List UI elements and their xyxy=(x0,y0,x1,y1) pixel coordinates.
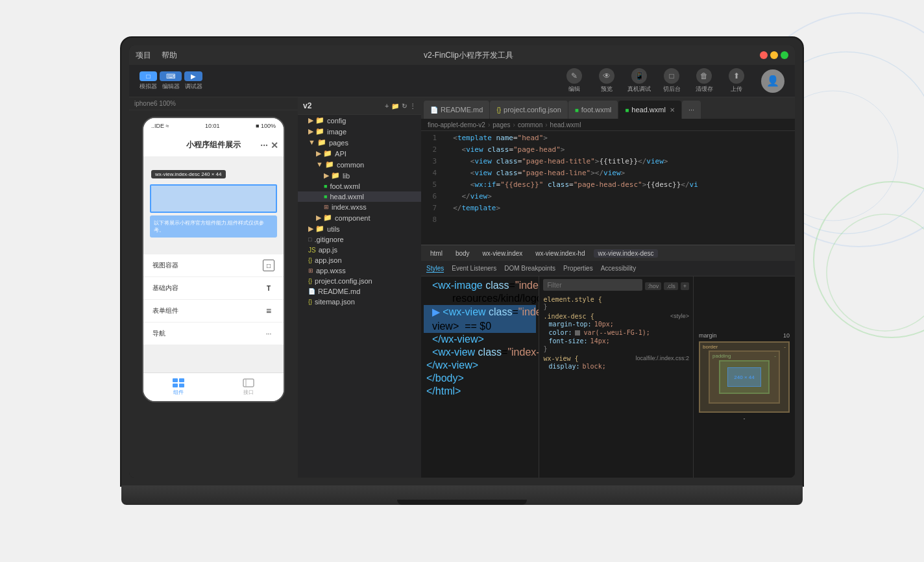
phone-content: wx-view.index-desc 240 × 44 以下将展示小程序官方组件… xyxy=(143,157,284,373)
file-collapse-icon[interactable]: ⋮ xyxy=(409,103,416,110)
svg-point-4 xyxy=(827,214,924,331)
editor-breadcrumb: fino-applet-demo-v2 › pages › common › h… xyxy=(421,119,795,131)
list-item-nav[interactable]: 导航 ··· xyxy=(143,323,284,345)
tree-item-pages[interactable]: ▼ 📁 pages xyxy=(298,137,421,148)
tree-item-sitemap[interactable]: {} sitemap.json xyxy=(298,297,421,307)
action-upload[interactable]: ⬆ 上传 xyxy=(725,68,748,93)
styles-filter-input[interactable] xyxy=(543,279,642,291)
html-tag-html[interactable]: html xyxy=(426,249,446,258)
phone-selected-text: 以下将展示小程序官方组件能力,组件样式仅供参考。 xyxy=(150,215,277,238)
tree-item-readme[interactable]: 📄 README.md xyxy=(298,286,421,297)
phone-close-icon[interactable]: ✕ xyxy=(271,140,278,151)
file-refresh-icon[interactable]: ↻ xyxy=(402,103,407,110)
devtools-tab-styles[interactable]: Styles xyxy=(426,265,444,273)
action-device-debug[interactable]: 📱 真机调试 xyxy=(627,68,651,93)
breadcrumb-file[interactable]: head.wxml xyxy=(550,121,581,128)
user-avatar[interactable]: 👤 xyxy=(761,69,784,93)
styles-toggle-add[interactable]: + xyxy=(681,282,689,290)
folder-icon: ▶ 📁 xyxy=(324,171,340,180)
action-preview[interactable]: 👁 预览 xyxy=(595,68,618,93)
list-item-basic[interactable]: 基础内容 T xyxy=(143,277,284,300)
tree-item-common[interactable]: ▼ 📁 common xyxy=(298,159,421,170)
tree-item-config[interactable]: ▶ 📁 config xyxy=(298,115,421,126)
laptop-screen-shell: 项目 帮助 v2-FinClip小程序开发工具 □ 模拟器 xyxy=(121,38,803,485)
action-background[interactable]: □ 切后台 xyxy=(660,68,683,93)
js-file-icon: JS xyxy=(308,247,316,254)
file-folder-icon[interactable]: 📁 xyxy=(391,103,399,110)
tab-foot-wxml[interactable]: ■ foot.wxml xyxy=(568,101,618,119)
tree-item-gitignore[interactable]: □ .gitignore xyxy=(298,234,421,245)
styles-source-link[interactable]: <style> xyxy=(670,313,689,320)
devtools-content: <wx-image class="index-logo" src="../res… xyxy=(421,276,795,478)
tree-item-index-wxss[interactable]: ⊞ index.wxss xyxy=(298,202,421,212)
tree-item-utils[interactable]: ▶ 📁 utils xyxy=(298,223,421,234)
html-tag-body[interactable]: body xyxy=(452,249,474,258)
tree-item-project-json[interactable]: {} project.config.json xyxy=(298,276,421,286)
tree-item-api[interactable]: ▶ 📁 API xyxy=(298,148,421,159)
minimize-btn[interactable] xyxy=(770,51,778,59)
titlebar-controls xyxy=(760,51,788,59)
tree-item-app-json[interactable]: {} app.json xyxy=(298,255,421,265)
devtools-tab-dom-breakpoints[interactable]: DOM Breakpoints xyxy=(504,265,555,272)
phone-menu-icon[interactable]: ··· xyxy=(260,140,268,151)
phone-battery: ■ 100% xyxy=(256,123,276,129)
devtools-tabs: Styles Event Listeners DOM Breakpoints P… xyxy=(421,261,795,276)
tab-head-wxml[interactable]: ■ head.wxml ✕ xyxy=(618,101,681,119)
editor-area: 📄 README.md {} project.config.json ■ foo… xyxy=(421,97,795,478)
file-new-icon[interactable]: + xyxy=(385,103,389,110)
tree-item-head-wxml[interactable]: ■ head.wxml xyxy=(298,191,421,202)
tab-editor[interactable]: ⌨ 编辑器 xyxy=(160,71,182,91)
maximize-btn[interactable] xyxy=(781,51,788,59)
menu-item-project[interactable]: 项目 xyxy=(136,50,151,61)
html-line-1: <wx-image class="index-logo" src="../res… xyxy=(424,279,536,292)
styles-toggle-hov[interactable]: :hov xyxy=(645,282,661,290)
devtools-tab-event-listeners[interactable]: Event Listeners xyxy=(452,265,496,272)
phone-tab-components[interactable]: 组件 xyxy=(143,373,213,401)
tree-item-lib[interactable]: ▶ 📁 lib xyxy=(298,170,421,181)
action-clear-cache[interactable]: 🗑 清缓存 xyxy=(692,68,716,93)
tree-item-component[interactable]: ▶ 📁 component xyxy=(298,212,421,223)
preview-panel: iphone6 100% ..IDE ≈ 10:01 ■ 100% 小程序组件展… xyxy=(129,97,298,478)
list-item-views[interactable]: 视图容器 □ xyxy=(143,254,284,277)
styles-toggle-cls[interactable]: .cls xyxy=(664,282,678,290)
tree-item-image[interactable]: ▶ 📁 image xyxy=(298,126,421,137)
list-item-form[interactable]: 表单组件 ≡ xyxy=(143,300,284,323)
tree-item-app-js[interactable]: JS app.js xyxy=(298,245,421,255)
breadcrumb-common[interactable]: common xyxy=(518,121,542,128)
svg-rect-7 xyxy=(173,384,178,387)
html-tag-wx-view-desc[interactable]: wx-view.index-desc xyxy=(594,249,657,258)
color-swatch xyxy=(575,330,580,336)
phone-tab-api[interactable]: 接口 xyxy=(213,373,284,401)
box-model-diagram: margin 10 border - xyxy=(699,341,790,413)
tab-more[interactable]: ··· xyxy=(682,101,701,119)
tree-item-app-wxss[interactable]: ⊞ app.wxss xyxy=(298,265,421,276)
box-model-panel: margin 10 border - xyxy=(694,276,795,478)
folder-icon: ▶ 📁 xyxy=(316,214,332,222)
styles-prop-color: color: var(--weui-FG-1); xyxy=(543,328,689,337)
devtools-tab-properties[interactable]: Properties xyxy=(563,265,593,272)
close-btn[interactable] xyxy=(760,51,768,59)
html-tag-wx-view-hd[interactable]: wx-view.index-hd xyxy=(531,249,589,258)
titlebar: 项目 帮助 v2-FinClip小程序开发工具 xyxy=(129,45,795,65)
action-edit[interactable]: ✎ 编辑 xyxy=(563,68,586,93)
tab-readme[interactable]: 📄 README.md xyxy=(424,101,489,119)
styles-selector-1: element.style { xyxy=(543,296,689,303)
tab-simulator[interactable]: □ 模拟器 xyxy=(140,71,157,91)
tab-close-icon[interactable]: ✕ xyxy=(670,106,675,114)
devtools-html-bar: html body wx-view.index wx-view.index-hd… xyxy=(421,245,795,261)
styles-source-link-2[interactable]: localfile:/.index.css:2 xyxy=(635,355,689,362)
breadcrumb-pages[interactable]: pages xyxy=(492,121,510,128)
menu-item-help[interactable]: 帮助 xyxy=(162,50,177,61)
folder-icon: ▶ 📁 xyxy=(316,149,332,158)
titlebar-title: v2-FinClip小程序开发工具 xyxy=(177,50,760,61)
devtools-tab-accessibility[interactable]: Accessibility xyxy=(601,265,636,272)
svg-rect-8 xyxy=(179,384,184,387)
tree-item-foot-wxml[interactable]: ■ foot.wxml xyxy=(298,181,421,191)
breadcrumb-root[interactable]: fino-applet-demo-v2 xyxy=(428,121,485,128)
code-line-2: 2 <view class="page-head"> xyxy=(421,145,795,157)
html-tag-wx-view-index[interactable]: wx-view.index xyxy=(479,249,527,258)
styles-panel: :hov .cls + element.style { } xyxy=(539,276,694,478)
tab-project-config[interactable]: {} project.config.json xyxy=(490,101,567,119)
mode-tabs: □ 模拟器 ⌨ 编辑器 ▶ 调试器 xyxy=(140,71,202,91)
tab-debugger[interactable]: ▶ 调试器 xyxy=(184,71,202,91)
